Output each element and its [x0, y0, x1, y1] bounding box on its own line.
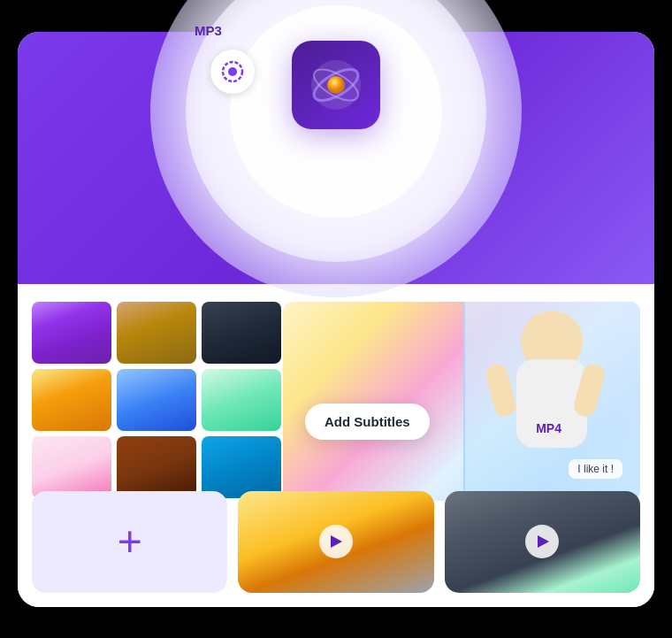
thumbnail-7[interactable]	[32, 436, 111, 498]
header-band: AAC MKV AC3 MP3	[18, 32, 654, 306]
add-subtitles-button[interactable]: Add Subtitles	[305, 404, 430, 440]
bottom-row: +	[32, 491, 640, 593]
thumbnail-8[interactable]	[117, 436, 196, 498]
svg-point-8	[327, 76, 345, 94]
bottom-video-1[interactable]	[238, 491, 433, 593]
play-button-2[interactable]	[525, 525, 559, 558]
thumbnail-2[interactable]	[117, 302, 196, 364]
format-label-mp4: MP4	[536, 421, 561, 435]
app-icon	[292, 41, 380, 129]
format-label-mp3: MP3	[195, 23, 222, 38]
thumbnail-3[interactable]	[202, 302, 281, 364]
subtitle-badge: I like it !	[569, 459, 622, 479]
add-video-button[interactable]: +	[32, 491, 227, 593]
play-button-1[interactable]	[319, 525, 353, 558]
play-triangle-1	[331, 535, 342, 548]
thumbnail-grid	[32, 302, 281, 498]
thumbnail-5[interactable]	[117, 369, 196, 431]
video-preview: Add Subtitles I like it !	[283, 302, 640, 501]
small-play-icon[interactable]	[210, 50, 255, 94]
thumbnail-1[interactable]	[32, 302, 111, 364]
play-triangle-2	[538, 535, 549, 548]
plus-icon: +	[118, 520, 142, 563]
bottom-video-2[interactable]	[445, 491, 640, 593]
svg-point-10	[228, 67, 237, 76]
circle-graphic: AAC MKV AC3 MP3	[150, 0, 522, 297]
thumbnail-9[interactable]	[202, 436, 281, 498]
thumbnail-6[interactable]	[202, 369, 281, 431]
content-area: MP4 MOV	[18, 284, 654, 607]
app-container: AAC MKV AC3 MP3	[18, 32, 654, 607]
thumbnail-4[interactable]	[32, 369, 111, 431]
